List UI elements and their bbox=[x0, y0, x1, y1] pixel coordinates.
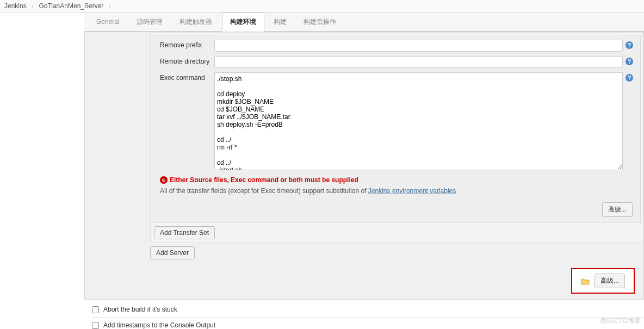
advanced-button[interactable]: 高级... bbox=[595, 274, 625, 288]
advanced-highlight: 高级... bbox=[571, 268, 635, 294]
error-text: Either Source files, Exec command or bot… bbox=[170, 176, 358, 184]
watermark: @51CTO博客 bbox=[600, 316, 641, 326]
remote-dir-input[interactable] bbox=[214, 56, 623, 68]
breadcrumb-item[interactable]: GoTianAnMen_Server bbox=[39, 2, 103, 10]
abort-if-stuck-label: Abort the build if it's stuck bbox=[103, 306, 177, 313]
tab-general[interactable]: General bbox=[89, 14, 127, 30]
breadcrumb-item[interactable]: Jenkins bbox=[4, 2, 27, 10]
add-timestamps-label: Add timestamps to the Console Output bbox=[103, 321, 215, 329]
breadcrumb: Jenkins › GoTianAnMen_Server › bbox=[0, 0, 644, 13]
help-icon[interactable]: ? bbox=[625, 41, 634, 49]
tab-triggers[interactable]: 构建触发器 bbox=[172, 13, 220, 31]
add-timestamps-checkbox[interactable] bbox=[92, 322, 99, 329]
exec-command-label: Exec command bbox=[160, 72, 214, 82]
svg-text:?: ? bbox=[628, 42, 631, 48]
build-env-options: Abort the build if it's stuck Add timest… bbox=[84, 300, 644, 329]
chevron-right-icon: › bbox=[32, 2, 34, 10]
help-icon[interactable]: ? bbox=[625, 73, 634, 82]
tab-postbuild[interactable]: 构建后操作 bbox=[296, 13, 344, 31]
help-icon[interactable]: ? bbox=[625, 57, 634, 66]
tab-build[interactable]: 构建 bbox=[266, 13, 294, 31]
transfer-set-box: Remove prefix ? Remote directory ? Exec … bbox=[153, 35, 641, 223]
add-server-button[interactable]: Add Server bbox=[150, 246, 195, 259]
remove-prefix-label: Remove prefix bbox=[160, 40, 214, 49]
build-env-section: Remove prefix ? Remote directory ? Exec … bbox=[84, 32, 644, 300]
help-text: All of the transfer fields (except for E… bbox=[156, 186, 638, 199]
folder-icon bbox=[581, 277, 590, 285]
tab-bar: General 源码管理 构建触发器 构建环境 构建 构建后操作 bbox=[84, 13, 644, 32]
advanced-transfer-button[interactable]: 高级... bbox=[602, 202, 633, 217]
error-icon: ⦸ bbox=[160, 176, 168, 184]
svg-text:?: ? bbox=[628, 75, 631, 81]
exec-command-textarea[interactable]: ./stop.sh cd deploy mkdir $JOB_NAME cd $… bbox=[214, 72, 623, 170]
abort-if-stuck-checkbox[interactable] bbox=[92, 306, 99, 313]
add-transfer-set-button[interactable]: Add Transfer Set bbox=[154, 226, 215, 239]
chevron-right-icon: › bbox=[109, 2, 111, 10]
remove-prefix-input[interactable] bbox=[214, 40, 623, 52]
remote-dir-label: Remote directory bbox=[160, 56, 214, 65]
servers-panel: Remove prefix ? Remote directory ? Exec … bbox=[150, 32, 643, 243]
tab-scm[interactable]: 源码管理 bbox=[129, 13, 170, 31]
tab-env[interactable]: 构建环境 bbox=[222, 13, 264, 32]
env-vars-link[interactable]: Jenkins environment variables bbox=[368, 187, 456, 195]
svg-text:?: ? bbox=[628, 58, 631, 65]
validation-error: ⦸ Either Source files, Exec command or b… bbox=[156, 174, 638, 186]
